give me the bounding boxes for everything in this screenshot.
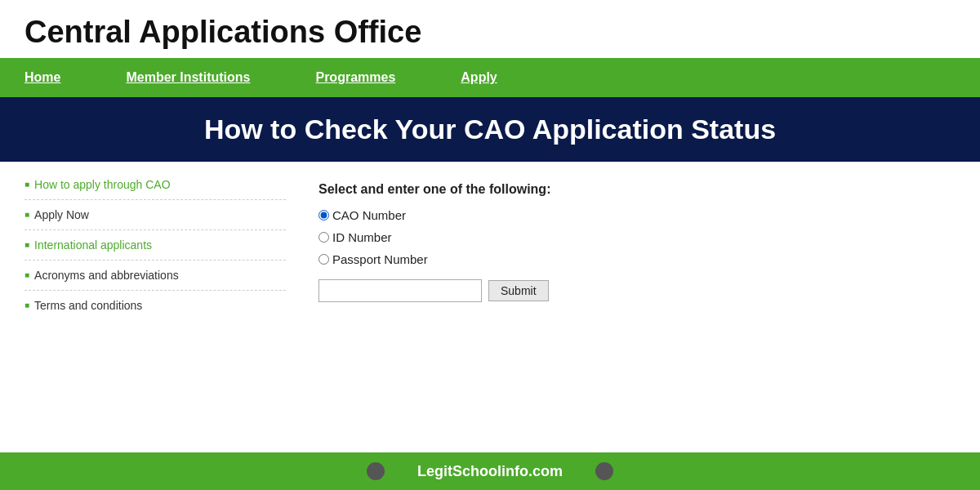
main-content: Select and enter one of the following: C… — [318, 178, 956, 328]
bullet-icon: ■ — [24, 180, 29, 189]
footer-text: LegitSchoolinfo.com — [417, 463, 563, 480]
list-item: ■ Terms and conditions — [24, 299, 286, 320]
page-banner: How to Check Your CAO Application Status — [0, 97, 980, 162]
list-item: ■ Apply Now — [24, 208, 286, 230]
list-item: ■ How to apply through CAO — [24, 178, 286, 200]
bullet-icon: ■ — [24, 210, 29, 219]
radio-group: CAO Number ID Number Passport Number — [318, 208, 956, 266]
nav-apply[interactable]: Apply — [461, 70, 497, 85]
radio-cao-number[interactable]: CAO Number — [318, 208, 956, 222]
sidebar-item-terms: Terms and conditions — [34, 299, 142, 312]
radio-passport-number-input[interactable] — [318, 254, 329, 265]
radio-passport-number-label: Passport Number — [332, 252, 428, 266]
sidebar-link-international[interactable]: International applicants — [34, 238, 152, 252]
radio-passport-number[interactable]: Passport Number — [318, 252, 956, 266]
radio-cao-number-input[interactable] — [318, 210, 329, 220]
site-title: Central Applications Office — [24, 15, 956, 50]
sidebar-item-acronyms: Acronyms and abbreviations — [34, 269, 179, 282]
list-item: ■ International applicants — [24, 238, 286, 261]
radio-cao-number-label: CAO Number — [332, 208, 406, 222]
navbar: Home Member Institutions Programmes Appl… — [0, 58, 980, 97]
submit-row: Submit — [318, 279, 956, 302]
nav-member-institutions[interactable]: Member Institutions — [126, 70, 250, 85]
radio-id-number-input[interactable] — [318, 232, 329, 243]
list-item: ■ Acronyms and abbreviations — [24, 269, 286, 291]
bullet-icon: ■ — [24, 240, 29, 249]
page-title: How to Check Your CAO Application Status — [24, 114, 956, 145]
submit-button[interactable]: Submit — [488, 280, 549, 301]
nav-home[interactable]: Home — [24, 70, 60, 85]
sidebar: ■ How to apply through CAO ■ Apply Now ■… — [24, 178, 286, 328]
radio-id-number[interactable]: ID Number — [318, 230, 956, 244]
content-area: ■ How to apply through CAO ■ Apply Now ■… — [0, 162, 980, 345]
bullet-icon: ■ — [24, 270, 29, 279]
nav-programmes[interactable]: Programmes — [315, 70, 395, 85]
id-input[interactable] — [318, 279, 482, 302]
footer-banner: LegitSchoolinfo.com — [0, 452, 980, 490]
sidebar-link-how-to-apply[interactable]: How to apply through CAO — [34, 178, 171, 191]
bullet-icon: ■ — [24, 301, 29, 310]
radio-id-number-label: ID Number — [332, 230, 392, 244]
footer-circle-left — [367, 462, 385, 480]
header: Central Applications Office — [0, 0, 980, 58]
form-label: Select and enter one of the following: — [318, 182, 956, 197]
sidebar-item-apply-now: Apply Now — [34, 208, 89, 221]
footer-circle-right — [595, 462, 613, 480]
